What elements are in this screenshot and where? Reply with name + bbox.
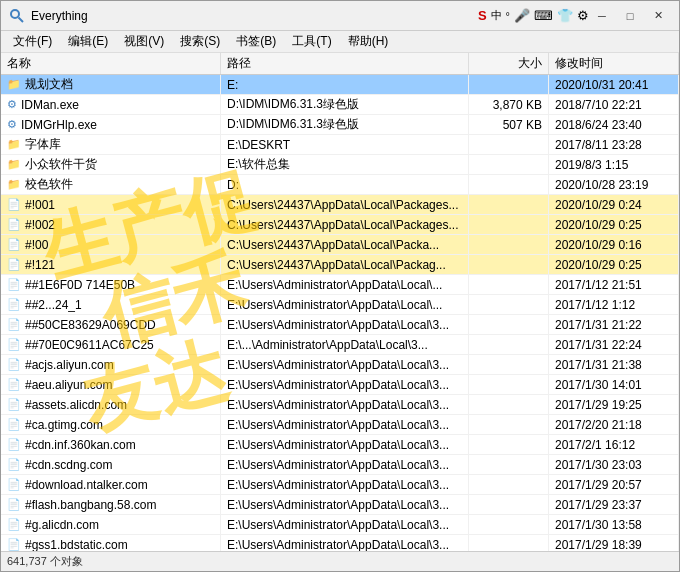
hash-icon: 📄 (7, 238, 21, 251)
col-date[interactable]: 修改时间 (549, 53, 679, 74)
table-header: 名称 路径 大小 修改时间 (1, 53, 679, 75)
col-path[interactable]: 路径 (221, 53, 469, 74)
cell-name: 📁 小众软件干货 (1, 155, 221, 174)
cell-name: 📄 #g.alicdn.com (1, 515, 221, 534)
cell-path: E:\Users\Administrator\AppData\Local\3..… (221, 415, 469, 434)
hash-icon: 📄 (7, 418, 21, 431)
table-row[interactable]: 📄 #assets.alicdn.com E:\Users\Administra… (1, 395, 679, 415)
table-row[interactable]: 📄 ##1E6F0D 714E50B E:\Users\Administrato… (1, 275, 679, 295)
menu-search[interactable]: 搜索(S) (172, 31, 228, 52)
hash-icon: 📄 (7, 378, 21, 391)
dot-icon: ° (506, 10, 510, 22)
close-button[interactable]: ✕ (645, 6, 671, 26)
table-row[interactable]: 📄 #g.alicdn.com E:\Users\Administrator\A… (1, 515, 679, 535)
title-bar: Everything S 中 ° 🎤 ⌨ 👕 ⚙ ─ □ ✕ (1, 1, 679, 31)
col-name[interactable]: 名称 (1, 53, 221, 74)
hash-icon: 📄 (7, 518, 21, 531)
cell-path: E:\DESKRT (221, 135, 469, 154)
cell-path: E:\Users\Administrator\AppData\Local\3..… (221, 515, 469, 534)
maximize-button[interactable]: □ (617, 6, 643, 26)
cell-path: E:\Users\Administrator\AppData\Local\3..… (221, 355, 469, 374)
table-row[interactable]: 📄 #flash.bangbang.58.com E:\Users\Admini… (1, 495, 679, 515)
table-row[interactable]: 📄 #!00 C:\Users\24437\AppData\Local\Pack… (1, 235, 679, 255)
table-row[interactable]: 📄 #aeu.aliyun.com E:\Users\Administrator… (1, 375, 679, 395)
hash-icon: 📄 (7, 458, 21, 471)
cell-size (469, 335, 549, 354)
table-row[interactable]: 📄 #ca.gtimg.com E:\Users\Administrator\A… (1, 415, 679, 435)
table-row[interactable]: 📄 #!001 C:\Users\24437\AppData\Local\Pac… (1, 195, 679, 215)
table-row[interactable]: 📄 ##70E0C9611AC67C25 E:\...\Administrato… (1, 335, 679, 355)
cell-path: C:\Users\24437\AppData\Local\Packa... (221, 235, 469, 254)
table-row[interactable]: 📄 #cdn.inf.360kan.com E:\Users\Administr… (1, 435, 679, 455)
table-row[interactable]: 📁 字体库 E:\DESKRT 2017/8/11 23:28 (1, 135, 679, 155)
svg-line-1 (19, 17, 24, 22)
table-row[interactable]: 📄 #download.ntalker.com E:\Users\Adminis… (1, 475, 679, 495)
cell-name: 📄 #!001 (1, 195, 221, 214)
folder-icon: 📁 (7, 138, 21, 151)
cell-date: 2017/1/12 21:51 (549, 275, 679, 294)
menu-tools[interactable]: 工具(T) (284, 31, 339, 52)
table-row[interactable]: ⚙ IDMan.exe D:\IDM\IDM6.31.3绿色版 3,870 KB… (1, 95, 679, 115)
hash-icon: 📄 (7, 278, 21, 291)
object-count: 641,737 个对象 (7, 554, 83, 569)
main-window: Everything S 中 ° 🎤 ⌨ 👕 ⚙ ─ □ ✕ 文件(F) 编辑(… (0, 0, 680, 572)
table-row[interactable]: 📄 #cdn.scdng.com E:\Users\Administrator\… (1, 455, 679, 475)
col-size[interactable]: 大小 (469, 53, 549, 74)
table-row[interactable]: ⚙ IDMGrHlp.exe D:\IDM\IDM6.31.3绿色版 507 K… (1, 115, 679, 135)
table-row[interactable]: 📁 规划文档 E: 2020/10/31 20:41 (1, 75, 679, 95)
table-row[interactable]: 📄 ##2...24_1 E:\Users\Administrator\AppD… (1, 295, 679, 315)
shirt-icon: 👕 (557, 8, 573, 23)
table-row[interactable]: 📄 #acjs.aliyun.com E:\Users\Administrato… (1, 355, 679, 375)
app-icon (9, 8, 25, 24)
menu-file[interactable]: 文件(F) (5, 31, 60, 52)
cell-path: E:\Users\Administrator\AppData\Local\3..… (221, 315, 469, 334)
cell-date: 2020/10/29 0:25 (549, 215, 679, 234)
table-row[interactable]: 📄 #gss1.bdstatic.com E:\Users\Administra… (1, 535, 679, 551)
cell-date: 2017/1/12 1:12 (549, 295, 679, 314)
window-title: Everything (31, 9, 478, 23)
menu-view[interactable]: 视图(V) (116, 31, 172, 52)
cell-date: 2017/1/29 18:39 (549, 535, 679, 551)
cell-path: D:\IDM\IDM6.31.3绿色版 (221, 95, 469, 114)
cell-date: 2017/2/20 21:18 (549, 415, 679, 434)
cell-size (469, 215, 549, 234)
cell-date: 2017/1/29 23:37 (549, 495, 679, 514)
menu-help[interactable]: 帮助(H) (340, 31, 397, 52)
menu-bookmark[interactable]: 书签(B) (228, 31, 284, 52)
table-row[interactable]: 📄 #!121 C:\Users\24437\AppData\Local\Pac… (1, 255, 679, 275)
cell-path: E:\Users\Administrator\AppData\Local\3..… (221, 375, 469, 394)
cell-name: 📄 #ca.gtimg.com (1, 415, 221, 434)
cell-date: 2017/2/1 16:12 (549, 435, 679, 454)
table-row[interactable]: 📄 #!002 C:\Users\24437\AppData\Local\Pac… (1, 215, 679, 235)
hash-icon: 📄 (7, 398, 21, 411)
hash-icon: 📄 (7, 438, 21, 451)
table-row[interactable]: 📁 校色软件 D: 2020/10/28 23:19 (1, 175, 679, 195)
cell-name: 📄 #download.ntalker.com (1, 475, 221, 494)
cell-date: 2017/1/30 14:01 (549, 375, 679, 394)
cell-size (469, 75, 549, 94)
cell-size (469, 155, 549, 174)
table-row[interactable]: 📁 小众软件干货 E:\软件总集 2019/8/3 1:15 (1, 155, 679, 175)
minimize-button[interactable]: ─ (589, 6, 615, 26)
hash-icon: 📄 (7, 198, 21, 211)
cell-size: 507 KB (469, 115, 549, 134)
cell-date: 2017/1/31 21:22 (549, 315, 679, 334)
folder-icon: 📁 (7, 178, 21, 191)
cell-date: 2020/10/29 0:16 (549, 235, 679, 254)
cell-date: 2017/1/29 19:25 (549, 395, 679, 414)
cell-path: E:\Users\Administrator\AppData\Local\... (221, 295, 469, 314)
folder-icon: 📁 (7, 158, 21, 171)
table-row[interactable]: 📄 ##50CE83629A069CDD E:\Users\Administra… (1, 315, 679, 335)
cell-size: 3,870 KB (469, 95, 549, 114)
cell-path: E:\Users\Administrator\AppData\Local\3..… (221, 395, 469, 414)
menu-edit[interactable]: 编辑(E) (60, 31, 116, 52)
cell-date: 2020/10/29 0:25 (549, 255, 679, 274)
hash-icon: 📄 (7, 298, 21, 311)
hash-icon: 📄 (7, 258, 21, 271)
cell-name: 📄 #aeu.aliyun.com (1, 375, 221, 394)
table-body[interactable]: 📁 规划文档 E: 2020/10/31 20:41 ⚙ IDMan.exe D… (1, 75, 679, 551)
exe-icon: ⚙ (7, 98, 17, 111)
menu-bar: 文件(F) 编辑(E) 视图(V) 搜索(S) 书签(B) 工具(T) 帮助(H… (1, 31, 679, 53)
cell-name: ⚙ IDMGrHlp.exe (1, 115, 221, 134)
cell-date: 2019/8/3 1:15 (549, 155, 679, 174)
